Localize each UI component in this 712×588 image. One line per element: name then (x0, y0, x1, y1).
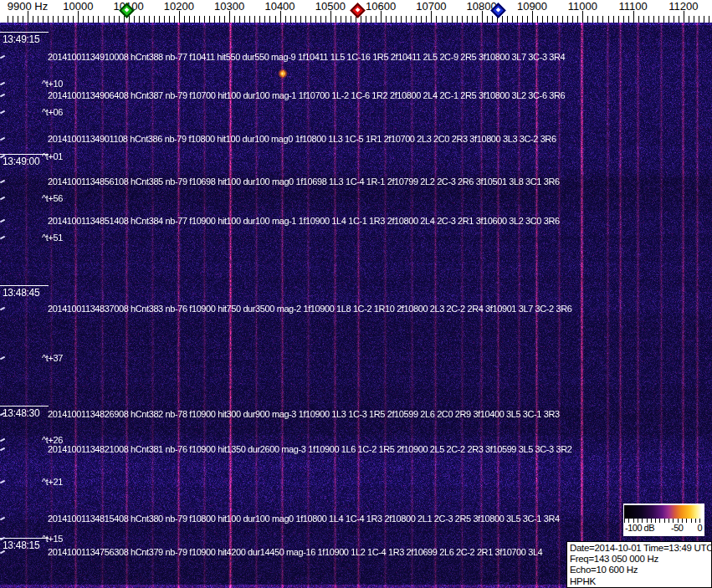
ruler-tick (124, 16, 125, 23)
time-label: 13:48:45 (0, 285, 49, 299)
ruler-tick (184, 16, 185, 23)
ruler-tick (224, 16, 225, 23)
ruler-tick (592, 16, 593, 23)
ruler-tick (668, 16, 669, 23)
event-log-line: 20141001134856108 hCnt385 nb-79 f10698 h… (48, 176, 560, 187)
marker-center-dot (125, 8, 130, 13)
ruler-tick (699, 16, 699, 23)
time-offset-marker: ^t+10 (42, 79, 63, 89)
ruler-tick (653, 16, 654, 23)
time-offset-marker: ^t+15 (42, 534, 63, 544)
ruler-tick (628, 16, 629, 23)
scale-mid-label: -50 (671, 523, 683, 533)
frequency-ruler: 9900 Hz100001010010200103001040010500106… (0, 0, 712, 23)
ruler-tick (472, 16, 473, 23)
ruler-tick (139, 16, 140, 23)
spectrogram-app-window: 13:49:1513:49:0013:48:4513:48:3013:48:15… (0, 0, 712, 588)
event-log-line: 20141001134910008 hCnt388 nb-77 f10411 h… (48, 52, 565, 62)
ruler-tick (482, 11, 483, 23)
marker-center-dot (496, 8, 501, 13)
ruler-tick (351, 16, 351, 23)
ruler-tick (371, 16, 371, 23)
ruler-tick (219, 16, 220, 23)
ruler-tick (290, 16, 291, 23)
ruler-tick (426, 16, 427, 23)
ruler-tick (587, 16, 588, 23)
color-gradient-bar (624, 505, 704, 519)
ruler-tick (411, 16, 412, 23)
ruler-tick (214, 16, 215, 23)
time-offset-marker: ^t+51 (42, 233, 63, 243)
ruler-tick (189, 16, 190, 23)
ruler-tick (93, 16, 94, 23)
marker-center-dot (356, 8, 361, 13)
ruler-tick (421, 16, 422, 23)
ruler-tick (104, 16, 105, 23)
ruler-tick (381, 11, 382, 23)
event-log-line: 20141001134901108 hCnt386 nb-79 f10800 h… (48, 134, 556, 144)
ruler-tick (608, 16, 609, 23)
ruler-tick (174, 16, 175, 23)
time-offset-marker: ^t+01 (42, 151, 63, 161)
ruler-frequency-label: 11200 (648, 0, 712, 13)
ruler-tick (109, 16, 110, 23)
event-log-line: 20141001134756308 hCnt379 nb-79 f10900 h… (48, 547, 542, 557)
ruler-tick (542, 16, 543, 23)
time-offset-marker: ^t+37 (42, 353, 63, 363)
ruler-tick (512, 16, 513, 23)
ruler-tick (522, 16, 523, 23)
ruler-tick (269, 16, 270, 23)
ruler-tick (346, 16, 346, 23)
ruler-tick (401, 16, 402, 23)
event-log-line: 20141001134851408 hCnt384 nb-77 f10900 h… (48, 216, 560, 226)
ruler-tick (527, 16, 528, 23)
ruler-tick (8, 16, 8, 23)
ruler-tick (431, 11, 432, 23)
ruler-tick (336, 16, 336, 23)
ruler-tick (396, 16, 397, 23)
ruler-tick (154, 16, 155, 23)
ruler-tick (623, 16, 624, 23)
ruler-tick (457, 16, 458, 23)
ruler-tick (582, 11, 583, 23)
ruler-tick (204, 16, 205, 23)
ruler-tick (83, 16, 84, 23)
ruler-tick (249, 16, 250, 23)
ruler-tick (572, 16, 573, 23)
ruler-tick (33, 16, 33, 23)
ruler-tick (689, 16, 689, 23)
ruler-tick (13, 16, 13, 23)
ruler-tick (452, 16, 453, 23)
event-log-line: 20141001134906408 hCnt387 nb-79 f10700 h… (48, 90, 565, 100)
ruler-tick (633, 11, 634, 23)
ruler-tick (391, 16, 392, 23)
ruler-tick (244, 16, 245, 23)
db-color-scale: -100 dB -50 0 (623, 504, 704, 536)
info-frequency: Freq=143 050 000 Hz (570, 554, 711, 565)
ruler-tick (119, 16, 120, 23)
ruler-tick (259, 16, 260, 23)
event-log-line: 20141001134837008 hCnt383 nb-76 f10900 h… (48, 304, 571, 314)
ruler-tick (280, 11, 281, 23)
ruler-tick (613, 16, 614, 23)
ruler-tick (532, 11, 533, 23)
ruler-tick (567, 16, 568, 23)
status-info-box: Date=2014-10-01 Time=13:49 UTC Freq=143 … (566, 541, 712, 588)
ruler-tick (320, 16, 321, 23)
ruler-tick (618, 16, 619, 23)
ruler-tick (209, 16, 210, 23)
ruler-tick (300, 16, 301, 23)
ruler-tick (517, 16, 518, 23)
ruler-tick (234, 16, 235, 23)
event-log-line: 20141001134815408 hCnt380 nb-79 f10800 h… (48, 514, 560, 524)
ruler-tick (149, 16, 150, 23)
ruler-tick (53, 16, 54, 23)
ruler-tick (194, 16, 195, 23)
ruler-tick (285, 16, 286, 23)
ruler-tick (38, 16, 38, 23)
ruler-tick (507, 16, 508, 23)
ruler-tick (487, 16, 488, 23)
ruler-tick (295, 16, 296, 23)
event-log-line: 20141001134821008 hCnt381 nb-76 f10900 h… (48, 444, 571, 454)
ruler-tick (78, 11, 79, 23)
